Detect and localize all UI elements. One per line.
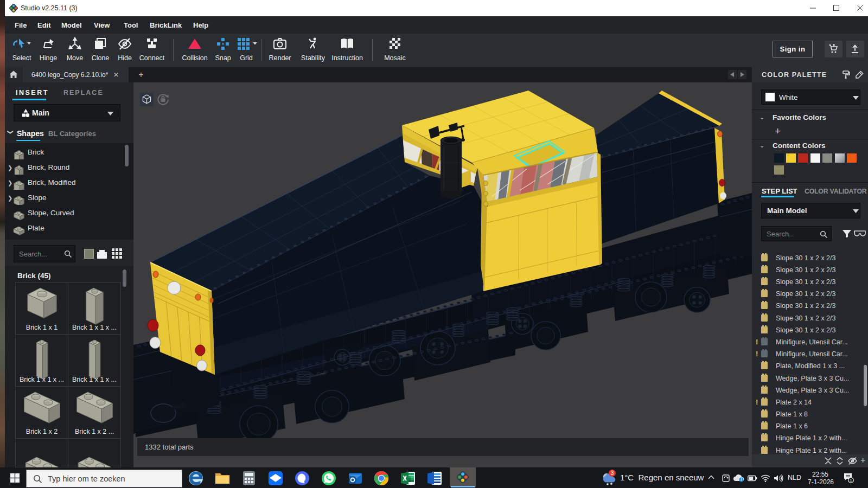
svg-text:1: 1 [850,478,852,483]
